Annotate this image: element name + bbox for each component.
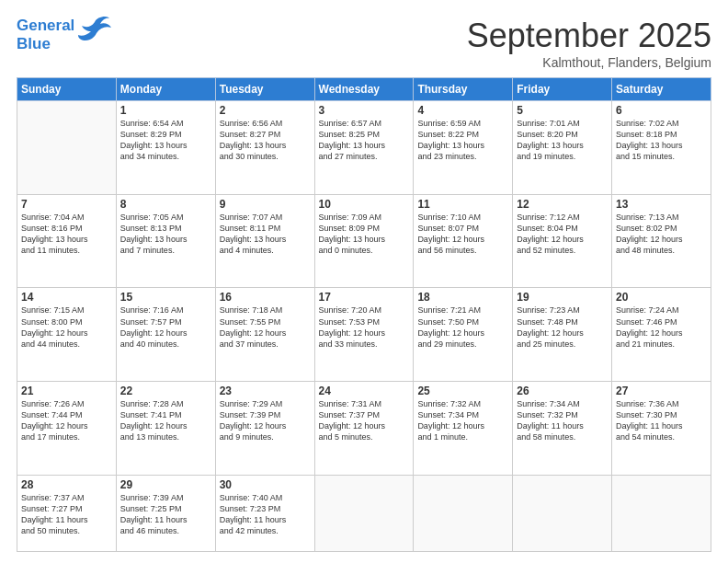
table-row: 3Sunrise: 6:57 AM Sunset: 8:25 PM Daylig… (314, 101, 414, 195)
table-row: 14Sunrise: 7:15 AM Sunset: 8:00 PM Dayli… (17, 288, 117, 382)
table-row: 26Sunrise: 7:34 AM Sunset: 7:32 PM Dayli… (513, 382, 612, 476)
day-info: Sunrise: 7:18 AM Sunset: 7:55 PM Dayligh… (220, 304, 311, 350)
col-thursday: Thursday (414, 78, 513, 101)
table-row: 25Sunrise: 7:32 AM Sunset: 7:34 PM Dayli… (414, 382, 513, 476)
calendar-table: Sunday Monday Tuesday Wednesday Thursday… (17, 77, 711, 552)
day-info: Sunrise: 7:05 AM Sunset: 8:13 PM Dayligh… (120, 212, 211, 257)
logo: General Blue (17, 17, 111, 52)
table-row (314, 475, 414, 551)
calendar-week-row: 21Sunrise: 7:26 AM Sunset: 7:44 PM Dayli… (17, 382, 711, 476)
table-row: 17Sunrise: 7:20 AM Sunset: 7:53 PM Dayli… (314, 288, 414, 382)
day-info: Sunrise: 7:28 AM Sunset: 7:41 PM Dayligh… (120, 398, 211, 443)
day-number: 20 (616, 291, 707, 304)
day-info: Sunrise: 7:02 AM Sunset: 8:18 PM Dayligh… (616, 118, 707, 163)
table-row: 29Sunrise: 7:39 AM Sunset: 7:25 PM Dayli… (116, 475, 215, 551)
day-info: Sunrise: 7:09 AM Sunset: 8:09 PM Dayligh… (319, 212, 410, 257)
day-info: Sunrise: 7:40 AM Sunset: 7:23 PM Dayligh… (220, 492, 311, 537)
day-info: Sunrise: 7:20 AM Sunset: 7:53 PM Dayligh… (319, 304, 410, 350)
table-row: 13Sunrise: 7:13 AM Sunset: 8:02 PM Dayli… (612, 194, 711, 288)
day-info: Sunrise: 7:13 AM Sunset: 8:02 PM Dayligh… (616, 212, 707, 257)
day-number: 9 (220, 198, 311, 211)
table-row: 4Sunrise: 6:59 AM Sunset: 8:22 PM Daylig… (414, 101, 513, 195)
day-info: Sunrise: 7:10 AM Sunset: 8:07 PM Dayligh… (417, 212, 508, 257)
day-info: Sunrise: 7:07 AM Sunset: 8:11 PM Dayligh… (220, 212, 311, 257)
day-number: 6 (616, 104, 707, 117)
day-number: 1 (120, 104, 211, 117)
day-number: 15 (120, 291, 211, 304)
day-info: Sunrise: 6:59 AM Sunset: 8:22 PM Dayligh… (417, 118, 508, 163)
table-row: 19Sunrise: 7:23 AM Sunset: 7:48 PM Dayli… (513, 288, 612, 382)
table-row: 8Sunrise: 7:05 AM Sunset: 8:13 PM Daylig… (116, 194, 215, 288)
day-number: 11 (417, 198, 508, 211)
day-info: Sunrise: 7:12 AM Sunset: 8:04 PM Dayligh… (517, 212, 608, 257)
table-row: 11Sunrise: 7:10 AM Sunset: 8:07 PM Dayli… (414, 194, 513, 288)
day-number: 22 (120, 385, 211, 397)
day-number: 2 (220, 104, 311, 117)
table-row: 2Sunrise: 6:56 AM Sunset: 8:27 PM Daylig… (215, 101, 314, 195)
logo-line1: General (17, 17, 74, 35)
day-info: Sunrise: 7:01 AM Sunset: 8:20 PM Dayligh… (517, 118, 608, 163)
day-info: Sunrise: 7:26 AM Sunset: 7:44 PM Dayligh… (21, 398, 112, 443)
table-row: 24Sunrise: 7:31 AM Sunset: 7:37 PM Dayli… (314, 382, 414, 476)
table-row: 16Sunrise: 7:18 AM Sunset: 7:55 PM Dayli… (215, 288, 314, 382)
header: General Blue September 2025 Kalmthout, F… (17, 17, 711, 70)
logo-text-general: General (17, 17, 74, 34)
table-row (17, 101, 117, 195)
day-info: Sunrise: 7:15 AM Sunset: 8:00 PM Dayligh… (21, 304, 112, 350)
table-row (414, 475, 513, 551)
day-number: 8 (120, 198, 211, 211)
calendar-week-row: 7Sunrise: 7:04 AM Sunset: 8:16 PM Daylig… (17, 194, 711, 288)
table-row: 1Sunrise: 6:54 AM Sunset: 8:29 PM Daylig… (116, 101, 215, 195)
table-row: 28Sunrise: 7:37 AM Sunset: 7:27 PM Dayli… (17, 475, 117, 551)
logo-bird-icon (78, 15, 111, 46)
col-sunday: Sunday (17, 78, 117, 101)
day-info: Sunrise: 6:54 AM Sunset: 8:29 PM Dayligh… (120, 118, 211, 163)
col-monday: Monday (116, 78, 215, 101)
table-row: 27Sunrise: 7:36 AM Sunset: 7:30 PM Dayli… (612, 382, 711, 476)
day-number: 16 (220, 291, 311, 304)
day-number: 3 (319, 104, 410, 117)
day-info: Sunrise: 7:16 AM Sunset: 7:57 PM Dayligh… (120, 304, 211, 350)
logo-line2: Blue (17, 35, 74, 53)
table-row: 7Sunrise: 7:04 AM Sunset: 8:16 PM Daylig… (17, 194, 117, 288)
table-row: 18Sunrise: 7:21 AM Sunset: 7:50 PM Dayli… (414, 288, 513, 382)
day-info: Sunrise: 7:21 AM Sunset: 7:50 PM Dayligh… (417, 304, 508, 350)
day-info: Sunrise: 7:34 AM Sunset: 7:32 PM Dayligh… (517, 398, 608, 443)
col-wednesday: Wednesday (314, 78, 414, 101)
calendar-header-row: Sunday Monday Tuesday Wednesday Thursday… (17, 78, 711, 101)
day-info: Sunrise: 6:56 AM Sunset: 8:27 PM Dayligh… (220, 118, 311, 163)
day-info: Sunrise: 7:39 AM Sunset: 7:25 PM Dayligh… (120, 492, 211, 537)
day-number: 21 (21, 385, 112, 397)
table-row: 12Sunrise: 7:12 AM Sunset: 8:04 PM Dayli… (513, 194, 612, 288)
day-number: 29 (120, 478, 211, 491)
table-row: 6Sunrise: 7:02 AM Sunset: 8:18 PM Daylig… (612, 101, 711, 195)
table-row: 10Sunrise: 7:09 AM Sunset: 8:09 PM Dayli… (314, 194, 414, 288)
day-number: 7 (21, 198, 112, 211)
table-row: 21Sunrise: 7:26 AM Sunset: 7:44 PM Dayli… (17, 382, 117, 476)
day-number: 14 (21, 291, 112, 304)
day-number: 13 (616, 198, 707, 211)
day-number: 28 (21, 478, 112, 491)
day-info: Sunrise: 7:32 AM Sunset: 7:34 PM Dayligh… (417, 398, 508, 443)
day-number: 23 (220, 385, 311, 397)
col-tuesday: Tuesday (215, 78, 314, 101)
day-number: 19 (517, 291, 608, 304)
day-number: 17 (319, 291, 410, 304)
day-number: 10 (319, 198, 410, 211)
location: Kalmthout, Flanders, Belgium (467, 55, 711, 70)
day-info: Sunrise: 6:57 AM Sunset: 8:25 PM Dayligh… (319, 118, 410, 163)
table-row: 9Sunrise: 7:07 AM Sunset: 8:11 PM Daylig… (215, 194, 314, 288)
calendar-week-row: 1Sunrise: 6:54 AM Sunset: 8:29 PM Daylig… (17, 101, 711, 195)
day-number: 27 (616, 385, 707, 397)
day-number: 30 (220, 478, 311, 491)
table-row: 5Sunrise: 7:01 AM Sunset: 8:20 PM Daylig… (513, 101, 612, 195)
day-info: Sunrise: 7:23 AM Sunset: 7:48 PM Dayligh… (517, 304, 608, 350)
calendar-week-row: 14Sunrise: 7:15 AM Sunset: 8:00 PM Dayli… (17, 288, 711, 382)
table-row: 20Sunrise: 7:24 AM Sunset: 7:46 PM Dayli… (612, 288, 711, 382)
day-info: Sunrise: 7:31 AM Sunset: 7:37 PM Dayligh… (319, 398, 410, 443)
table-row: 15Sunrise: 7:16 AM Sunset: 7:57 PM Dayli… (116, 288, 215, 382)
table-row: 23Sunrise: 7:29 AM Sunset: 7:39 PM Dayli… (215, 382, 314, 476)
table-row: 22Sunrise: 7:28 AM Sunset: 7:41 PM Dayli… (116, 382, 215, 476)
col-friday: Friday (513, 78, 612, 101)
calendar-week-row: 28Sunrise: 7:37 AM Sunset: 7:27 PM Dayli… (17, 475, 711, 551)
